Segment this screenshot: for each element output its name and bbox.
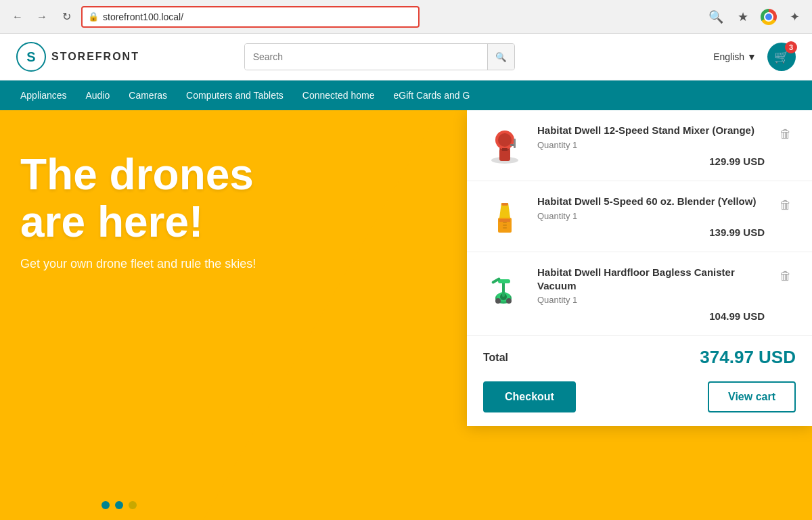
- svg-rect-13: [503, 224, 507, 226]
- extensions-button[interactable]: ✦: [785, 7, 804, 26]
- language-selector[interactable]: English ▼: [713, 51, 757, 62]
- chevron-down-icon: ▼: [747, 51, 757, 62]
- refresh-button[interactable]: ↻: [57, 7, 76, 26]
- nav-item-egift[interactable]: eGift Cards and G: [384, 80, 479, 110]
- search-button[interactable]: 🔍: [487, 44, 514, 70]
- cart-item-3-qty: Quantity 1: [537, 295, 765, 305]
- back-button[interactable]: ←: [8, 7, 27, 26]
- header-right: English ▼ 🛒 3: [713, 43, 796, 71]
- svg-point-21: [495, 298, 501, 304]
- cart-actions: Checkout View cart: [467, 373, 812, 412]
- hero-title: The dronesare here!: [20, 151, 256, 246]
- cart-item-3: Habitat Dwell Hardfloor Bagless Canister…: [467, 252, 812, 336]
- cart-item-1-qty: Quantity 1: [537, 140, 765, 150]
- hero-dot-1[interactable]: [102, 501, 110, 509]
- cart-item-1: Habitat Dwell 12-Speed Stand Mixer (Oran…: [467, 110, 812, 181]
- svg-rect-11: [501, 203, 508, 206]
- cart-item-1-name: Habitat Dwell 12-Speed Stand Mixer (Oran…: [537, 124, 765, 137]
- cart-item-2-name: Habitat Dwell 5-Speed 60 oz. Blender (Ye…: [537, 195, 765, 208]
- cart-badge: 3: [785, 41, 797, 53]
- nav-item-cameras[interactable]: Cameras: [119, 80, 177, 110]
- address-bar: 🔒: [81, 6, 420, 28]
- cart-button[interactable]: 🛒 3: [767, 43, 796, 71]
- url-input[interactable]: [103, 11, 413, 22]
- cart-dropdown: Habitat Dwell 12-Speed Stand Mixer (Oran…: [467, 110, 812, 426]
- cart-item-1-delete-button[interactable]: 🗑: [775, 124, 796, 144]
- cart-item-2-info: Habitat Dwell 5-Speed 60 oz. Blender (Ye…: [537, 195, 765, 238]
- cart-item-1-image: [483, 124, 526, 167]
- lock-icon: 🔒: [88, 11, 99, 22]
- logo-link[interactable]: S STOREFRONT: [16, 42, 139, 72]
- cart-item-3-delete-button[interactable]: 🗑: [775, 266, 796, 286]
- svg-rect-12: [503, 222, 507, 223]
- cart-item-3-name: Habitat Dwell Hardfloor Bagless Canister…: [537, 266, 765, 292]
- svg-rect-14: [503, 227, 507, 229]
- cart-item-2: Habitat Dwell 5-Speed 60 oz. Blender (Ye…: [467, 181, 812, 252]
- main-content: The dronesare here! Get your own drone f…: [0, 110, 812, 520]
- store-header: S STOREFRONT 🔍 English ▼ 🛒 3: [0, 34, 812, 80]
- svg-point-4: [498, 133, 512, 147]
- search-area: 🔍: [244, 43, 515, 70]
- svg-rect-5: [502, 148, 508, 151]
- nav-item-connected-home[interactable]: Connected home: [293, 80, 384, 110]
- view-cart-button[interactable]: View cart: [708, 381, 796, 412]
- cart-item-2-delete-button[interactable]: 🗑: [775, 195, 796, 215]
- browser-right-icons: 🔍 ★ ✦: [706, 7, 804, 26]
- cart-item-2-image: [483, 195, 526, 238]
- chrome-icon: [761, 9, 777, 25]
- search-input[interactable]: [245, 44, 487, 70]
- cart-item-3-image: [483, 266, 526, 309]
- nav-item-appliances[interactable]: Appliances: [11, 80, 76, 110]
- nav-bar: Appliances Audio Cameras Computers and T…: [0, 80, 812, 110]
- logo-letter: S: [26, 49, 35, 65]
- forward-button[interactable]: →: [32, 7, 51, 26]
- cart-item-3-info: Habitat Dwell Hardfloor Bagless Canister…: [537, 266, 765, 322]
- cart-item-1-info: Habitat Dwell 12-Speed Stand Mixer (Oran…: [537, 124, 765, 167]
- search-browser-button[interactable]: 🔍: [706, 7, 725, 26]
- logo-text: STOREFRONT: [51, 51, 139, 63]
- svg-point-22: [506, 298, 512, 304]
- hero-subtitle: Get your own drone fleet and rule the sk…: [20, 257, 256, 271]
- bookmark-button[interactable]: ★: [734, 7, 752, 26]
- cart-item-1-price: 129.99 USD: [537, 156, 765, 167]
- nav-item-audio[interactable]: Audio: [76, 80, 120, 110]
- hero-dot-2[interactable]: [115, 501, 123, 509]
- hero-text: The dronesare here! Get your own drone f…: [20, 151, 256, 271]
- cart-total-row: Total 374.97 USD: [467, 336, 812, 373]
- cart-item-3-price: 104.99 USD: [537, 310, 765, 322]
- svg-rect-7: [514, 139, 516, 148]
- browser-chrome: ← → ↻ 🔒 🔍 ★ ✦: [0, 0, 812, 34]
- language-label: English: [713, 51, 744, 62]
- cart-item-2-qty: Quantity 1: [537, 211, 765, 221]
- cart-total-label: Total: [483, 352, 508, 364]
- svg-rect-9: [499, 219, 510, 222]
- logo-circle: S: [16, 42, 46, 72]
- checkout-button[interactable]: Checkout: [483, 381, 576, 412]
- cart-total-amount: 374.97 USD: [700, 347, 796, 368]
- hero-dots: [102, 501, 137, 509]
- nav-item-computers[interactable]: Computers and Tablets: [177, 80, 293, 110]
- cart-item-2-price: 139.99 USD: [537, 227, 765, 238]
- hero-dot-3[interactable]: [129, 501, 137, 509]
